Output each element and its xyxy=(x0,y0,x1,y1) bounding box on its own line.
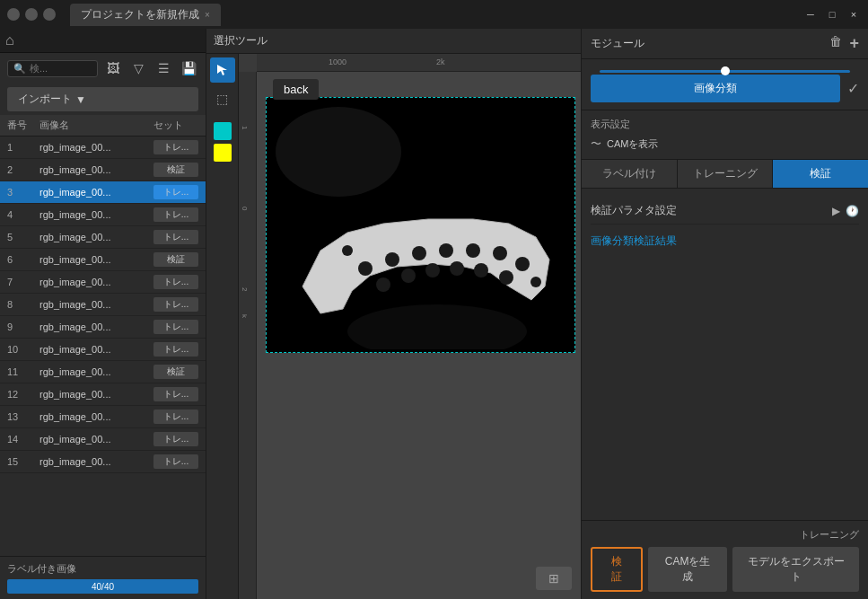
row-name: rgb_image_00... xyxy=(39,389,153,400)
title-tab[interactable]: プロジェクトを新規作成 × xyxy=(70,4,221,26)
bottom-training-label: トレーニング xyxy=(591,528,859,542)
close-window-button[interactable]: × xyxy=(846,7,861,22)
tab-close-icon[interactable]: × xyxy=(205,10,210,20)
row-name: rgb_image_00... xyxy=(39,299,153,310)
table-row[interactable]: 10 rgb_image_00... トレ... xyxy=(0,339,206,361)
canvas-inner[interactable]: back xyxy=(257,72,581,599)
cam-display-label: CAMを表示 xyxy=(607,137,658,151)
titlebar-btn-2[interactable] xyxy=(25,8,38,21)
titlebar-btn-3[interactable] xyxy=(43,8,56,21)
display-section: 表示設定 〜 CAMを表示 xyxy=(582,110,868,160)
select-tool-icon[interactable] xyxy=(210,57,235,83)
export-model-button[interactable]: モデルをエクスポート xyxy=(732,547,859,592)
play-icon[interactable]: ▶ xyxy=(832,205,840,217)
image-viewport[interactable] xyxy=(266,97,575,353)
row-num: 2 xyxy=(7,164,39,175)
verify-param-icons: ▶ 🕐 xyxy=(832,205,859,217)
module-btn-row: 画像分類 ✓ xyxy=(591,75,859,102)
table-row[interactable]: 6 rgb_image_00... 検証 xyxy=(0,249,206,271)
swatch-cyan[interactable] xyxy=(214,122,232,140)
search-input[interactable] xyxy=(30,63,83,74)
table-row[interactable]: 3 rgb_image_00... トレ... xyxy=(0,181,206,204)
add-icon[interactable]: + xyxy=(849,34,859,53)
row-name: rgb_image_00... xyxy=(39,254,153,265)
home-icon[interactable]: ⌂ xyxy=(5,32,14,48)
row-set: トレ... xyxy=(153,230,198,244)
row-name: rgb_image_00... xyxy=(39,434,153,445)
color-swatches xyxy=(214,122,232,162)
verification-section: 検証パラメタ設定 ▶ 🕐 画像分類検証結果 xyxy=(582,189,868,520)
import-button[interactable]: インポート ▼ xyxy=(7,87,198,111)
grid-icon-button[interactable]: ⊞ xyxy=(536,567,572,590)
svg-point-7 xyxy=(466,243,480,258)
row-num: 9 xyxy=(7,322,39,332)
svg-point-15 xyxy=(499,270,513,285)
left-panel: ⌂ 🔍 🖼 ▽ ☰ 💾 インポート ▼ 番号 画像名 セット 1 rgb xyxy=(0,29,206,599)
zoom-tool-icon[interactable]: ⬚ xyxy=(210,86,235,111)
list-icon[interactable]: ☰ xyxy=(153,58,173,78)
row-num: 5 xyxy=(7,232,39,242)
table-row[interactable]: 4 rgb_image_00... トレ... xyxy=(0,204,206,226)
col-set-header: セット xyxy=(153,119,198,132)
table-header: 番号 画像名 セット xyxy=(0,115,206,137)
svg-point-6 xyxy=(439,243,453,258)
tab-トレーニング[interactable]: トレーニング xyxy=(678,160,774,188)
ruler-horizontal: 1000 2k xyxy=(257,54,581,72)
canvas-area[interactable]: 1000 2k 1 0 2 k back xyxy=(239,54,581,599)
table-row[interactable]: 11 rgb_image_00... 検証 xyxy=(0,361,206,383)
verify-button[interactable]: 検証 xyxy=(591,547,643,592)
row-num: 7 xyxy=(7,277,39,287)
row-num: 12 xyxy=(7,389,39,400)
table-row[interactable]: 14 rgb_image_00... トレ... xyxy=(0,428,206,451)
filter-icon[interactable]: ▽ xyxy=(128,58,148,78)
row-name: rgb_image_00... xyxy=(39,277,153,287)
table-body: 1 rgb_image_00... トレ... 2 rgb_image_00..… xyxy=(0,137,206,556)
row-name: rgb_image_00... xyxy=(39,366,153,377)
table-row[interactable]: 8 rgb_image_00... トレ... xyxy=(0,294,206,316)
titlebar-btn-1[interactable] xyxy=(7,8,20,21)
row-num: 13 xyxy=(7,411,39,422)
svg-point-14 xyxy=(474,263,488,277)
maximize-button[interactable]: □ xyxy=(825,7,839,22)
clock-icon[interactable]: 🕐 xyxy=(846,205,859,217)
module-image-classify-button[interactable]: 画像分類 xyxy=(591,75,840,102)
table-row[interactable]: 9 rgb_image_00... トレ... xyxy=(0,316,206,339)
minimize-button[interactable]: ─ xyxy=(803,7,818,22)
row-name: rgb_image_00... xyxy=(39,411,153,422)
swatch-yellow[interactable] xyxy=(214,144,232,162)
row-num: 4 xyxy=(7,209,39,220)
delete-icon[interactable]: 🗑 xyxy=(829,34,842,53)
table-row[interactable]: 1 rgb_image_00... トレ... xyxy=(0,137,206,159)
row-num: 11 xyxy=(7,366,39,377)
table-row[interactable]: 13 rgb_image_00... トレ... xyxy=(0,406,206,428)
center-header-label: 選択ツール xyxy=(214,33,267,48)
save-icon[interactable]: 💾 xyxy=(179,58,198,78)
row-num: 1 xyxy=(7,142,39,153)
table-row[interactable]: 5 rgb_image_00... トレ... xyxy=(0,226,206,249)
svg-point-13 xyxy=(450,261,464,276)
table-row[interactable]: 7 rgb_image_00... トレ... xyxy=(0,271,206,294)
slider-handle[interactable] xyxy=(721,66,730,75)
title-bar: プロジェクトを新規作成 × ─ □ × xyxy=(0,0,868,29)
tab-検証[interactable]: 検証 xyxy=(773,160,868,188)
tab-ラベル付け[interactable]: ラベル付け xyxy=(582,160,678,188)
check-icon[interactable]: ✓ xyxy=(847,80,859,97)
right-panel-header: モジュール 🗑 + xyxy=(582,29,868,59)
row-name: rgb_image_00... xyxy=(39,456,153,467)
cam-display-row: 〜 CAMを表示 xyxy=(591,137,859,152)
row-name: rgb_image_00... xyxy=(39,344,153,355)
image-icon[interactable]: 🖼 xyxy=(103,58,123,78)
bottom-buttons: トレーニング 検証 CAMを生成 モデルをエクスポート xyxy=(582,520,868,599)
table-row[interactable]: 12 rgb_image_00... トレ... xyxy=(0,383,206,406)
svg-point-3 xyxy=(358,261,373,276)
module-slider[interactable] xyxy=(600,70,850,73)
table-row[interactable]: 15 rgb_image_00... トレ... xyxy=(0,451,206,473)
display-section-title: 表示設定 xyxy=(591,118,859,131)
svg-point-2 xyxy=(276,107,401,197)
progress-bar-fill: 40/40 xyxy=(7,579,198,594)
svg-point-16 xyxy=(342,245,353,256)
row-name: rgb_image_00... xyxy=(39,187,153,198)
search-box[interactable]: 🔍 xyxy=(7,60,98,77)
cam-generate-button[interactable]: CAMを生成 xyxy=(648,547,728,592)
table-row[interactable]: 2 rgb_image_00... 検証 xyxy=(0,159,206,181)
